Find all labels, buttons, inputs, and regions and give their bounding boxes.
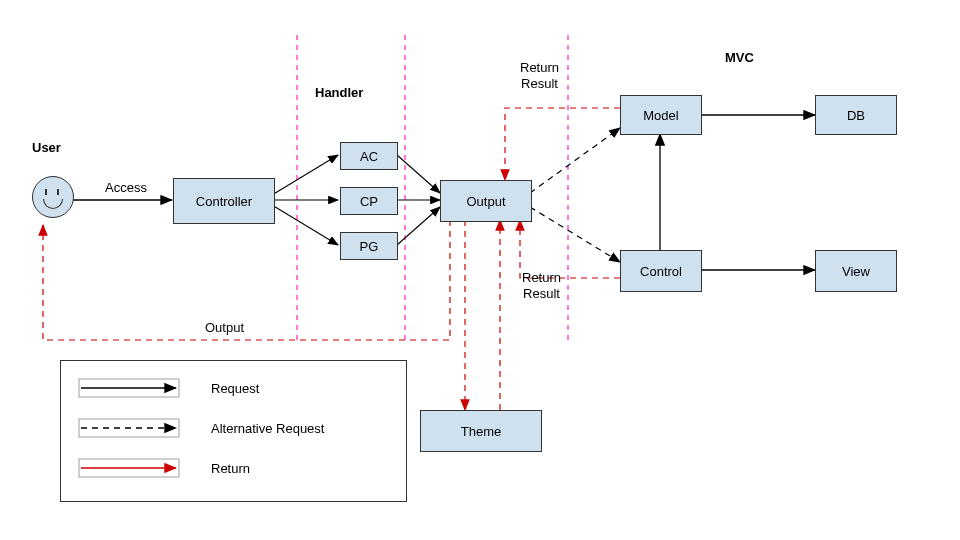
node-controller: Controller (173, 178, 275, 224)
node-pg-label: PG (360, 239, 379, 254)
node-control: Control (620, 250, 702, 292)
handler-heading: Handler (315, 85, 363, 100)
label-output: Output (205, 320, 244, 335)
node-db: DB (815, 95, 897, 135)
legend-alt: Alternative Request (211, 421, 324, 436)
svg-rect-4 (79, 459, 179, 477)
edge-out-control (530, 207, 620, 262)
node-ac-label: AC (360, 149, 378, 164)
mvc-heading: MVC (725, 50, 754, 65)
legend-return: Return (211, 461, 250, 476)
node-model: Model (620, 95, 702, 135)
node-cp-label: CP (360, 194, 378, 209)
diagram-canvas: User Access Handler MVC Controller AC CP… (0, 0, 960, 540)
node-theme: Theme (420, 410, 542, 452)
node-controller-label: Controller (196, 194, 252, 209)
label-return-top: Return Result (520, 60, 559, 91)
node-view: View (815, 250, 897, 292)
label-access: Access (105, 180, 147, 195)
user-icon (32, 176, 74, 218)
svg-rect-0 (79, 379, 179, 397)
node-view-label: View (842, 264, 870, 279)
node-model-label: Model (643, 108, 678, 123)
edge-out-model (530, 128, 620, 193)
node-cp: CP (340, 187, 398, 215)
node-db-label: DB (847, 108, 865, 123)
node-pg: PG (340, 232, 398, 260)
legend-box: Request Alternative Request Return (60, 360, 407, 502)
svg-rect-2 (79, 419, 179, 437)
node-theme-label: Theme (461, 424, 501, 439)
edge-ctrl-ac (272, 155, 338, 195)
node-control-label: Control (640, 264, 682, 279)
legend-request: Request (211, 381, 259, 396)
node-output: Output (440, 180, 532, 222)
node-output-label: Output (466, 194, 505, 209)
edge-ctrl-pg (272, 205, 338, 245)
edge-pg-out (397, 207, 440, 245)
edge-ac-out (397, 155, 440, 193)
node-ac: AC (340, 142, 398, 170)
user-heading: User (32, 140, 61, 155)
edge-return-model (505, 108, 620, 180)
label-return-bottom: Return Result (522, 270, 561, 301)
